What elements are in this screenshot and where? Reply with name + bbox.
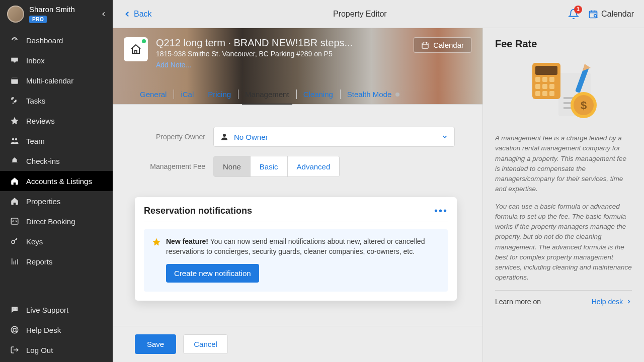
notifications-badge: 1 — [574, 6, 582, 14]
tab-stealth-mode[interactable]: Stealth Mode — [340, 84, 407, 104]
svg-point-2 — [12, 138, 15, 141]
svg-point-3 — [15, 138, 18, 141]
bell-icon — [9, 155, 20, 166]
property-tabs: GeneraliCalPricingManagementCleaningStea… — [113, 84, 482, 105]
fee-option-none[interactable]: None — [214, 156, 250, 176]
chart-icon — [9, 256, 20, 267]
right-panel: Fee Rate $ — [483, 28, 644, 362]
svg-rect-27 — [535, 66, 557, 75]
calendar-search-button[interactable]: Calendar — [588, 9, 634, 19]
status-dot-icon — [142, 39, 146, 43]
sidebar-item-reviews[interactable]: Reviews — [0, 111, 113, 131]
home-icon — [9, 175, 20, 187]
sidebar-item-label: Log Out — [26, 346, 53, 354]
chat-icon — [9, 304, 20, 315]
svg-point-7 — [15, 309, 16, 310]
sidebar-item-properties[interactable]: Properties — [0, 191, 113, 211]
tab-pricing[interactable]: Pricing — [201, 84, 238, 104]
feature-text: New feature! You can now send email noti… — [166, 236, 440, 257]
property-calendar-button[interactable]: Calendar — [414, 37, 471, 53]
code-icon — [9, 216, 20, 227]
sidebar-item-label: Keys — [26, 237, 43, 246]
chevron-left-icon — [100, 11, 107, 18]
tasks-icon — [9, 95, 20, 106]
sidebar-item-multi-calendar[interactable]: Multi-calendar — [0, 70, 113, 90]
property-icon — [124, 37, 148, 61]
svg-rect-35 — [542, 91, 547, 96]
calendar-icon — [421, 41, 429, 49]
tab-ical[interactable]: iCal — [174, 84, 201, 104]
sidebar: Sharon Smith PRO DashboardInboxMulti-cal… — [0, 0, 113, 362]
save-button[interactable]: Save — [135, 334, 176, 354]
back-button[interactable]: Back — [123, 10, 152, 19]
sidebar-nav-bottom: Live SupportHelp DeskLog Out — [0, 300, 113, 360]
sidebar-item-reports[interactable]: Reports — [0, 251, 113, 272]
sidebar-item-label: Tasks — [26, 97, 45, 105]
sidebar-user[interactable]: Sharon Smith PRO — [0, 0, 113, 28]
property-title: Q212 long term · BRAND NEW!1BR steps... — [156, 37, 414, 49]
property-calendar-label: Calendar — [433, 41, 464, 49]
fee-label: Management Fee — [135, 162, 205, 170]
sidebar-item-check-ins[interactable]: Check-ins — [0, 151, 113, 171]
sidebar-item-direct-booking[interactable]: Direct Booking — [0, 211, 113, 231]
sidebar-item-keys[interactable]: Keys — [0, 231, 113, 251]
svg-point-8 — [16, 309, 17, 310]
tab-label: Management — [245, 90, 289, 99]
sidebar-item-tasks[interactable]: Tasks — [0, 90, 113, 111]
help-desk-link[interactable]: Help desk — [592, 298, 632, 306]
svg-rect-30 — [549, 77, 554, 82]
learn-more-label: Learn more on — [495, 298, 541, 306]
back-label: Back — [134, 10, 152, 19]
svg-rect-36 — [549, 91, 554, 96]
fee-option-basic[interactable]: Basic — [250, 156, 287, 176]
lifebuoy-icon — [9, 324, 20, 335]
tab-label: Pricing — [208, 90, 231, 99]
avatar — [7, 6, 24, 23]
owner-value: No Owner — [234, 133, 268, 141]
owner-select[interactable]: No Owner — [213, 127, 455, 147]
sidebar-item-dashboard[interactable]: Dashboard — [0, 30, 113, 50]
sidebar-item-inbox[interactable]: Inbox — [0, 50, 113, 70]
owner-label: Property Owner — [135, 133, 205, 141]
svg-point-5 — [12, 241, 15, 244]
tab-cleaning[interactable]: Cleaning — [296, 84, 340, 104]
fee-segmented: NoneBasicAdvanced — [213, 156, 340, 177]
add-note-link[interactable]: Add Note... — [156, 61, 191, 69]
create-notification-button[interactable]: Create new notification — [166, 264, 259, 283]
sidebar-item-label: Dashboard — [26, 36, 63, 45]
fee-option-advanced[interactable]: Advanced — [287, 156, 340, 176]
person-icon — [220, 132, 229, 141]
home-icon — [9, 196, 20, 207]
user-name: Sharon Smith — [29, 5, 75, 14]
divider — [495, 290, 632, 291]
sidebar-item-label: Properties — [26, 197, 60, 206]
chevron-down-icon — [441, 133, 448, 140]
svg-point-21 — [223, 134, 226, 137]
tab-general[interactable]: General — [133, 84, 174, 104]
sidebar-item-label: Multi-calendar — [26, 76, 73, 85]
sidebar-collapse-button[interactable] — [99, 9, 109, 19]
fee-illustration-icon: $ — [523, 59, 604, 124]
right-p2: You can use a basic formula or advanced … — [495, 202, 632, 283]
pro-badge: PRO — [29, 16, 47, 23]
team-icon — [9, 135, 20, 146]
card-menu-button[interactable]: ••• — [434, 205, 448, 217]
calendar-link-label: Calendar — [601, 10, 634, 19]
sidebar-item-help-desk[interactable]: Help Desk — [0, 320, 113, 340]
property-hero: Q212 long term · BRAND NEW!1BR steps... … — [113, 28, 482, 105]
chevron-left-icon — [123, 10, 132, 19]
sidebar-item-log-out[interactable]: Log Out — [0, 340, 113, 360]
key-icon — [9, 236, 20, 247]
sidebar-item-team[interactable]: Team — [0, 131, 113, 151]
tab-label: iCal — [181, 90, 194, 99]
reservation-notifications-card: Reservation notifications ••• New featur… — [135, 197, 457, 301]
home-icon — [130, 43, 142, 55]
chevron-right-icon — [626, 299, 632, 305]
sidebar-item-accounts-listings[interactable]: Accounts & Listings — [0, 171, 113, 191]
star-icon — [152, 237, 161, 246]
cancel-button[interactable]: Cancel — [183, 334, 228, 354]
tab-management[interactable]: Management — [238, 84, 296, 104]
sidebar-item-live-support[interactable]: Live Support — [0, 300, 113, 320]
notifications-button[interactable]: 1 — [568, 9, 579, 20]
card-title: Reservation notifications — [144, 206, 252, 216]
